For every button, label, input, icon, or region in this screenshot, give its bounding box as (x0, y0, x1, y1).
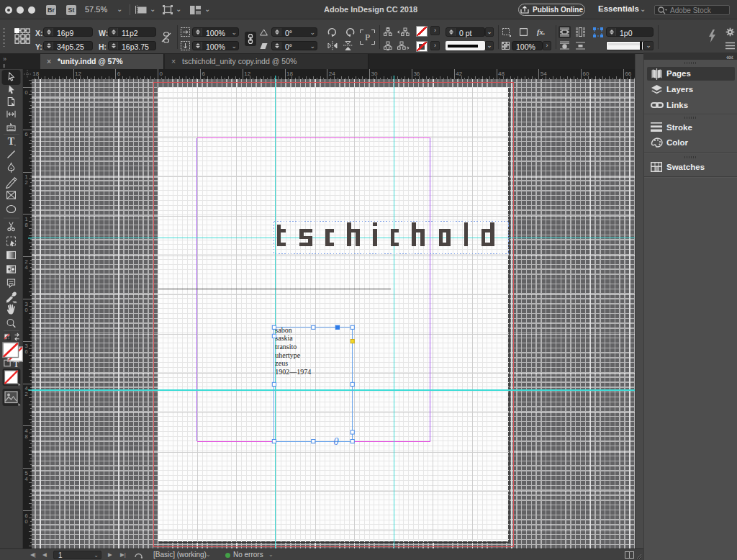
svg-text:0: 0 (334, 436, 339, 447)
svg-text:48: 48 (498, 71, 505, 77)
svg-text:8: 8 (24, 222, 27, 228)
svg-text:18: 18 (32, 71, 39, 77)
svg-text:0: 0 (24, 89, 27, 96)
svg-text:saskia: saskia (275, 334, 293, 342)
svg-text:sabon: sabon (275, 326, 291, 334)
svg-text:4: 4 (24, 476, 27, 482)
svg-text:0: 0 (160, 71, 163, 77)
svg-text:66: 66 (625, 71, 631, 77)
svg-text:6: 6 (117, 71, 121, 77)
svg-text:24: 24 (329, 71, 335, 77)
svg-text:2: 2 (24, 391, 27, 397)
svg-text:36: 36 (413, 71, 420, 77)
svg-text:transito: transito (275, 343, 297, 351)
svg-text:6: 6 (24, 131, 27, 137)
svg-text:0: 0 (24, 518, 27, 525)
svg-text:30: 30 (371, 71, 378, 77)
svg-text:zeus: zeus (275, 359, 288, 367)
svg-text:18: 18 (286, 71, 293, 77)
svg-text:0: 0 (24, 307, 27, 313)
svg-text:8: 8 (24, 433, 27, 440)
svg-text:6: 6 (202, 71, 205, 77)
svg-text:54: 54 (541, 71, 547, 77)
svg-text:uhertype: uhertype (275, 351, 301, 359)
svg-text:12: 12 (244, 71, 250, 77)
svg-text:1902—1974: 1902—1974 (275, 368, 311, 376)
svg-text:60: 60 (583, 71, 589, 77)
svg-text:P: P (365, 32, 370, 42)
svg-text:6: 6 (24, 348, 27, 355)
svg-text:T: T (8, 136, 15, 147)
svg-text:12: 12 (75, 71, 81, 77)
svg-text:4: 4 (24, 264, 27, 271)
svg-text:2: 2 (24, 179, 27, 186)
svg-text:42: 42 (456, 71, 462, 77)
svg-text:T: T (14, 360, 19, 369)
